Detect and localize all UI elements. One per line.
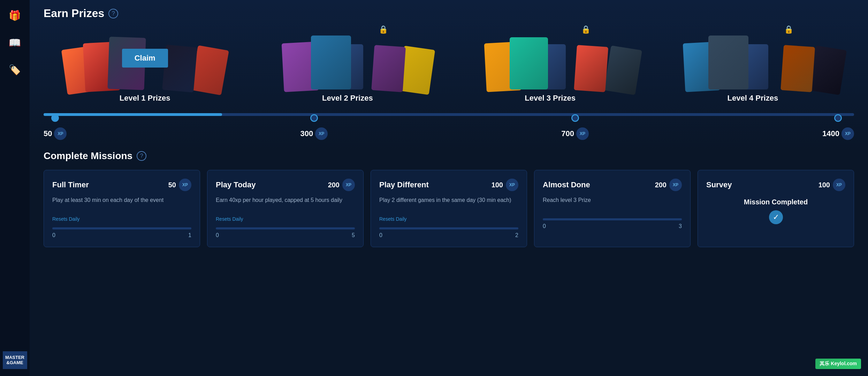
mission-card-3: Play Different 100 XP Play 2 different g… [371,170,527,247]
watermark: 其乐 Keylol.com [815,359,861,369]
mission-card-2: Play Today 200 XP Earn 40xp per hour pla… [207,170,364,247]
progress-node-4: 1400 XP [822,114,854,140]
tier-2-label: Level 2 Prizes [322,94,373,103]
tier-3-images: 🔒 [449,27,652,89]
prize-tier-4: 🔒 Level 4 Prizes [652,27,854,103]
mission-5-name: Survey [706,180,732,189]
mission-3-header: Play Different 100 XP [379,179,518,191]
mission-1-desc: Play at least 30 min on each day of the … [52,196,191,213]
mission-1-xp-badge: XP [179,179,191,191]
mission-1-header: Full Timer 50 XP [52,179,191,191]
mission-4-desc: Reach level 3 Prize [543,196,682,213]
mission-3-resets: Resets Daily [379,216,518,222]
progress-node-3: 700 XP [561,114,589,140]
game-cover [510,37,548,89]
earn-prizes-title: Earn Prizes [44,7,104,20]
mission-1-xp: 50 XP [168,179,191,191]
prize-tier-2: 🔒 Level 2 Prizes [246,27,449,103]
missions-grid: Full Timer 50 XP Play at least 30 min on… [44,170,854,247]
xp-value-1: 50 [44,129,52,138]
xp-badge-1: XP [54,127,67,140]
lock-icon-2: 🔒 [379,25,388,34]
progress-node-1: 50 XP [44,114,67,140]
mission-2-xp-badge: XP [342,179,355,191]
mission-3-xp: 100 XP [492,179,518,191]
tier-3-label: Level 3 Prizes [525,94,576,103]
lock-icon-4: 🔒 [784,25,793,34]
prize-tier-3: 🔒 Level 3 Prizes [449,27,652,103]
prize-tiers: Claim Level 1 Prizes 🔒 Level 2 Prizes [44,27,854,103]
xp-value-2: 300 [300,129,313,138]
mission-3-desc: Play 2 different games in the same day (… [379,196,518,213]
mission-5-completed: Mission Completed ✓ [706,198,845,224]
earn-prizes-help-icon[interactable]: ? [108,9,118,18]
missions-title: Complete Missions [44,150,132,162]
prize-tier-1: Claim Level 1 Prizes [44,27,246,103]
tier-2-images: 🔒 [246,27,449,89]
xp-value-4: 1400 [822,129,839,138]
tier-1-label: Level 1 Prizes [120,94,170,103]
progress-nodes: 50 XP 300 XP 700 XP [44,114,854,140]
mission-1-progress-bar [52,227,191,229]
mission-1-progress-labels: 0 1 [52,232,191,238]
mission-2-resets: Resets Daily [216,216,355,222]
tier-4-label: Level 4 Prizes [728,94,778,103]
mission-2-desc: Earn 40xp per hour played, capped at 5 h… [216,196,355,213]
sidebar-brand[interactable]: MASTER &GAME [3,351,27,369]
node-dot-4 [834,114,842,122]
mission-3-xp-badge: XP [506,179,518,191]
game-cover [708,36,748,89]
xp-value-3: 700 [561,129,574,138]
tier-4-images: 🔒 [652,27,854,89]
mission-5-completed-text: Mission Completed [706,198,845,206]
mission-card-5: Survey 100 XP Mission Completed ✓ [698,170,854,247]
claim-overlay: Claim [122,49,168,68]
node-label-2: 300 XP [300,127,328,140]
main-content: Earn Prizes ? Claim Level 1 Priz [30,0,868,376]
node-dot-2 [310,114,318,122]
mission-2-progress-labels: 0 5 [216,232,355,238]
mission-1-resets: Resets Daily [52,216,191,222]
mission-5-header: Survey 100 XP [706,179,845,191]
sidebar-icon-tag[interactable]: 🏷️ [7,61,23,78]
mission-4-header: Almost Done 200 XP [543,179,682,191]
sidebar-icon-book[interactable]: 📖 [7,34,23,51]
mission-4-xp-badge: XP [669,179,682,191]
node-label-1: 50 XP [44,127,67,140]
mission-2-xp: 200 XP [328,179,355,191]
game-cover [604,46,642,95]
mission-card-4: Almost Done 200 XP Reach level 3 Prize 0… [534,170,691,247]
xp-badge-3: XP [576,127,589,140]
missions-header: Complete Missions ? [44,150,854,162]
mission-4-progress-labels: 0 3 [543,223,682,229]
mission-card-1: Full Timer 50 XP Play at least 30 min on… [44,170,200,247]
node-dot-3 [571,114,579,122]
mission-2-header: Play Today 200 XP [216,179,355,191]
game-cover [371,45,406,92]
game-cover [311,36,351,89]
mission-3-progress-bar [379,227,518,229]
tier-1-images: Claim [44,27,246,89]
sidebar-icon-gift[interactable]: 🎁 [7,7,23,24]
mission-3-progress-labels: 0 2 [379,232,518,238]
game-cover [574,45,608,92]
mission-3-name: Play Different [379,180,429,189]
mission-5-xp-badge: XP [833,179,845,191]
mission-4-xp: 200 XP [655,179,682,191]
sidebar: 🎁 📖 🏷️ MASTER &GAME [0,0,30,376]
earn-prizes-header: Earn Prizes ? [44,7,854,20]
progress-section: 50 XP 300 XP 700 XP [44,113,854,140]
lock-icon-3: 🔒 [581,25,591,34]
node-label-3: 700 XP [561,127,589,140]
checkmark-icon: ✓ [769,210,783,224]
app-layout: 🎁 📖 🏷️ MASTER &GAME Earn Prizes ? [0,0,868,376]
mission-4-name: Almost Done [543,180,590,189]
game-cover [781,45,815,92]
mission-2-name: Play Today [216,180,256,189]
missions-help-icon[interactable]: ? [137,151,146,161]
mission-4-progress-bar [543,218,682,220]
xp-badge-2: XP [315,127,328,140]
claim-button[interactable]: Claim [122,49,168,68]
missions-section: Complete Missions ? Full Timer 50 XP Pla [44,150,854,247]
xp-badge-4: XP [842,127,854,140]
